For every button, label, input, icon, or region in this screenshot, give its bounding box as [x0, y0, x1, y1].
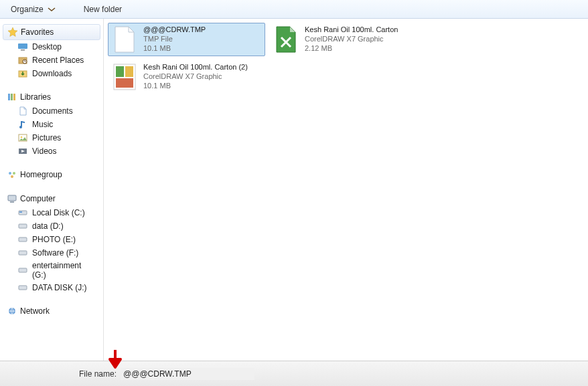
computer-icon	[7, 193, 17, 204]
toolbar: Organize New folder	[0, 0, 588, 19]
svg-rect-22	[19, 268, 27, 272]
nav-item-label: Pictures	[32, 133, 61, 142]
nav-item-downloads[interactable]: Downloads	[3, 67, 100, 80]
nav-item-data-d[interactable]: data (D:)	[3, 219, 100, 233]
nav-item-videos[interactable]: Videos	[3, 144, 100, 158]
pictures-icon	[17, 132, 28, 143]
file-name: Kesh Rani Oil 100ml. Carton (2)	[143, 63, 248, 72]
svg-point-12	[9, 172, 11, 175]
svg-rect-0	[18, 43, 27, 49]
svg-rect-28	[116, 78, 133, 88]
drive-icon	[17, 248, 28, 258]
file-size: 10.1 MB	[143, 82, 248, 91]
file-type: TMP File	[143, 35, 206, 44]
nav-item-documents[interactable]: Documents	[3, 104, 100, 118]
nav-item-label: Recent Places	[32, 56, 84, 65]
svg-rect-26	[116, 66, 124, 77]
svg-rect-19	[19, 224, 27, 228]
svg-rect-21	[19, 251, 27, 255]
nav-item-label: Downloads	[32, 69, 72, 78]
videos-icon	[17, 146, 28, 157]
nav-item-label: Software (F:)	[32, 248, 78, 258]
nav-item-music[interactable]: Music	[3, 118, 100, 131]
svg-rect-16	[10, 201, 14, 203]
cdr-thumb-icon	[113, 63, 137, 91]
desktop-icon	[17, 41, 28, 52]
star-icon	[7, 27, 18, 37]
file-size: 10.1 MB	[143, 44, 206, 54]
nav-item-entertainment-g[interactable]: entertainment (G:)	[3, 260, 100, 281]
nav-item-label: Music	[32, 120, 53, 129]
new-folder-label: New folder	[84, 5, 122, 14]
nav-item-label: Desktop	[32, 42, 62, 52]
music-icon	[17, 119, 28, 130]
svg-point-10	[21, 136, 23, 138]
nav-computer-header[interactable]: Computer	[3, 191, 100, 206]
blank-file-icon	[113, 25, 136, 54]
nav-item-label: entertainment (G:)	[32, 261, 96, 280]
svg-point-14	[11, 175, 13, 178]
homegroup-icon	[7, 169, 17, 180]
nav-network-header[interactable]: Network	[3, 304, 100, 318]
nav-item-localdisk-c[interactable]: Local Disk (C:)	[3, 206, 100, 219]
nav-item-software-f[interactable]: Software (F:)	[3, 246, 100, 260]
filename-input[interactable]	[121, 368, 254, 380]
drive-icon	[17, 282, 28, 293]
svg-rect-20	[19, 237, 27, 242]
nav-item-label: Documents	[32, 106, 73, 116]
svg-point-13	[13, 172, 15, 175]
nav-computer-label: Computer	[20, 194, 56, 203]
file-type: CorelDRAW X7 Graphic	[305, 35, 398, 44]
nav-item-recent[interactable]: Recent Places	[3, 54, 100, 67]
documents-icon	[17, 106, 28, 116]
network-icon	[7, 306, 17, 316]
organize-button[interactable]: Organize	[5, 3, 62, 16]
file-name: Kesh Rani Oil 100ml. Carton	[305, 25, 398, 35]
nav-item-pictures[interactable]: Pictures	[3, 131, 100, 144]
nav-item-label: DATA DISK (J:)	[32, 283, 87, 292]
file-item[interactable]: Kesh Rani Oil 100ml. Carton CorelDRAW X7…	[269, 23, 427, 56]
nav-favorites-header[interactable]: Favorites	[3, 24, 100, 40]
nav-item-label: data (D:)	[32, 221, 64, 231]
file-item-selected[interactable]: @@@CDRW.TMP TMP File 10.1 MB	[108, 23, 265, 56]
drive-icon	[17, 221, 28, 231]
nav-item-desktop[interactable]: Desktop	[3, 40, 100, 54]
localdisk-icon	[17, 207, 28, 218]
organize-label: Organize	[11, 5, 44, 14]
nav-item-label: PHOTO (E:)	[32, 235, 76, 244]
file-list[interactable]: @@@CDRW.TMP TMP File 10.1 MB Kesh Rani O…	[104, 19, 588, 361]
nav-item-photo-e[interactable]: PHOTO (E:)	[3, 233, 100, 246]
svg-point-8	[19, 126, 22, 128]
file-size: 2.12 MB	[305, 44, 398, 54]
svg-rect-1	[21, 50, 25, 51]
svg-rect-18	[19, 211, 22, 213]
svg-rect-6	[11, 94, 13, 100]
recent-icon	[17, 55, 28, 66]
nav-network-label: Network	[20, 306, 50, 316]
svg-rect-23	[19, 286, 27, 290]
nav-homegroup-label: Homegroup	[20, 170, 62, 179]
nav-item-datadisk-j[interactable]: DATA DISK (J:)	[3, 281, 100, 294]
chevron-down-icon	[46, 4, 57, 15]
downloads-icon	[17, 68, 28, 79]
filename-bar: File name:	[0, 361, 588, 386]
svg-rect-27	[125, 66, 133, 77]
filename-label: File name:	[79, 369, 117, 379]
file-type: CorelDRAW X7 Graphic	[143, 72, 248, 82]
drive-icon	[17, 265, 28, 276]
nav-item-label: Local Disk (C:)	[32, 208, 85, 217]
new-folder-button[interactable]: New folder	[78, 3, 127, 15]
nav-homegroup-header[interactable]: Homegroup	[3, 167, 100, 182]
file-item[interactable]: Kesh Rani Oil 100ml. Carton (2) CorelDRA…	[108, 60, 265, 94]
svg-rect-15	[8, 195, 16, 201]
cdr-file-icon	[275, 25, 297, 54]
nav-libraries-header[interactable]: Libraries	[3, 90, 100, 104]
nav-item-label: Videos	[32, 147, 56, 156]
drive-icon	[17, 234, 28, 245]
svg-rect-7	[13, 94, 15, 100]
libraries-icon	[7, 92, 17, 102]
file-name: @@@CDRW.TMP	[143, 25, 206, 35]
nav-libraries-label: Libraries	[20, 92, 51, 102]
nav-favorites-label: Favorites	[21, 27, 54, 37]
svg-rect-5	[8, 94, 10, 100]
